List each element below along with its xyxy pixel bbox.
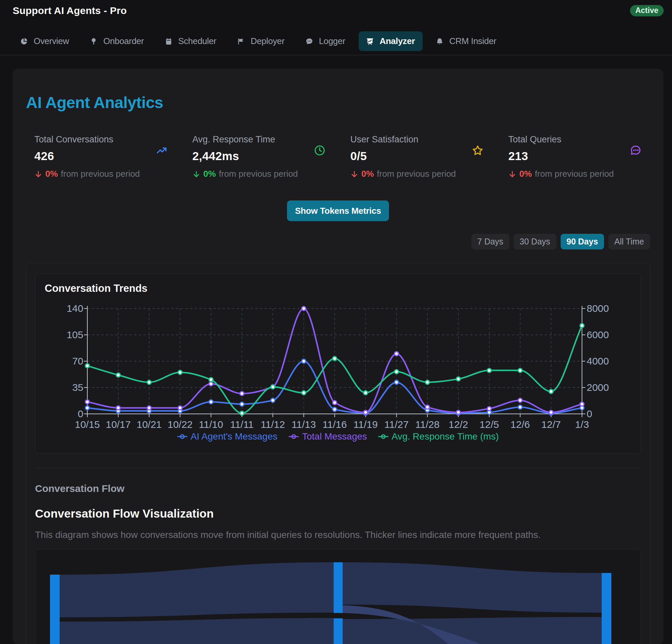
range-button-30-days[interactable]: 30 Days xyxy=(514,234,556,249)
stat-label: Total Conversations xyxy=(34,134,140,145)
stat-delta: 0%from previous period xyxy=(508,169,614,179)
tab-label: CRM Insider xyxy=(449,36,496,46)
calendar-icon xyxy=(165,38,172,45)
tab-bar: OverviewOnboarderSchedulerDeployerLogger… xyxy=(0,31,672,55)
app-header: Support AI Agents - Pro Active xyxy=(0,0,672,16)
stat-delta-note: from previous period xyxy=(61,169,140,179)
tab-label: Logger xyxy=(319,36,345,46)
stat-delta: 0%from previous period xyxy=(192,169,298,179)
stat-delta: 0%from previous period xyxy=(34,169,140,179)
tab-label: Onboarder xyxy=(103,36,144,46)
stat-value: 426 xyxy=(34,149,140,163)
cta-row: Show Tokens Metrics xyxy=(26,200,650,221)
stat-delta-percent: 0% xyxy=(519,169,532,179)
presentation-chart-icon xyxy=(366,38,374,45)
legend-line-icon xyxy=(177,433,187,440)
svg-text:70: 70 xyxy=(72,355,83,366)
stat-value: 213 xyxy=(508,149,614,163)
stat-delta-percent: 0% xyxy=(45,169,58,179)
stat-label: User Satisfaction xyxy=(350,134,456,145)
svg-text:11/16: 11/16 xyxy=(323,419,347,430)
stat-content: Avg. Response Time2,442ms0%from previous… xyxy=(192,134,298,179)
arrow-down-icon xyxy=(508,170,516,178)
svg-text:11/11: 11/11 xyxy=(230,419,254,430)
tab-deployer[interactable]: Deployer xyxy=(230,31,292,51)
conversation-trends-card: 035701051400200040006000800010/1510/1710… xyxy=(35,273,641,454)
tab-label: Scheduler xyxy=(178,36,216,46)
conversation-trends-chart: 035701051400200040006000800010/1510/1710… xyxy=(35,274,641,454)
chart-title: Conversation Trends xyxy=(45,282,147,294)
svg-text:12/5: 12/5 xyxy=(480,419,499,430)
conversation-flow-sankey xyxy=(35,549,640,644)
tab-label: Deployer xyxy=(251,36,285,46)
svg-text:11/10: 11/10 xyxy=(199,419,223,430)
svg-text:1/3: 1/3 xyxy=(575,419,589,430)
svg-text:0: 0 xyxy=(78,408,83,419)
flag-icon xyxy=(237,38,245,45)
stat-content: Total Conversations4260%from previous pe… xyxy=(34,134,140,179)
range-button-7-days[interactable]: 7 Days xyxy=(471,234,509,249)
svg-text:0: 0 xyxy=(587,408,592,419)
legend-item-avg-response-time-ms-: Avg. Response Time (ms) xyxy=(378,431,499,442)
chart-legend: AI Agent's MessagesTotal MessagesAvg. Re… xyxy=(35,431,641,442)
stat-delta-percent: 0% xyxy=(361,169,374,179)
stat-card-total-queries: Total Queries2130%from previous period xyxy=(500,134,650,179)
stat-card-avg-response-time: Avg. Response Time2,442ms0%from previous… xyxy=(184,134,334,179)
stat-delta-note: from previous period xyxy=(219,169,298,179)
legend-item-ai-agent-s-messages: AI Agent's Messages xyxy=(177,431,278,442)
stat-value: 2,442ms xyxy=(192,149,298,163)
tab-overview[interactable]: Overview xyxy=(13,31,77,51)
svg-text:11/12: 11/12 xyxy=(261,419,285,430)
stats-row: Total Conversations4260%from previous pe… xyxy=(26,134,650,179)
tab-scheduler[interactable]: Scheduler xyxy=(157,31,224,51)
flow-section-label: Conversation Flow xyxy=(35,483,641,494)
flow-section-heading: Conversation Flow Visualization xyxy=(35,507,641,520)
legend-label: Avg. Response Time (ms) xyxy=(392,431,499,442)
tab-crm-insider[interactable]: CRM Insider xyxy=(428,31,504,51)
svg-text:11/19: 11/19 xyxy=(353,419,378,430)
time-range-group: 7 Days30 Days90 DaysAll Time xyxy=(26,234,650,249)
stat-label: Total Queries xyxy=(508,134,614,145)
trending-up-icon xyxy=(156,145,167,156)
svg-text:12/6: 12/6 xyxy=(510,419,530,430)
analytics-card: 035701051400200040006000800010/1510/1710… xyxy=(26,263,650,644)
legend-label: AI Agent's Messages xyxy=(191,431,278,442)
range-button-90-days[interactable]: 90 Days xyxy=(561,234,604,249)
legend-label: Total Messages xyxy=(302,431,367,442)
svg-text:140: 140 xyxy=(67,303,83,314)
pin-icon xyxy=(90,38,97,45)
show-tokens-metrics-button[interactable]: Show Tokens Metrics xyxy=(287,200,389,221)
range-button-all-time[interactable]: All Time xyxy=(608,234,650,249)
svg-text:11/13: 11/13 xyxy=(292,419,316,430)
stat-value: 0/5 xyxy=(350,149,456,163)
tab-analyzer[interactable]: Analyzer xyxy=(359,31,423,51)
svg-text:10/22: 10/22 xyxy=(168,419,193,430)
stat-content: User Satisfaction0/50%from previous peri… xyxy=(350,134,456,179)
legend-line-icon xyxy=(289,433,299,440)
conversation-flow-card xyxy=(35,549,641,644)
svg-text:11/28: 11/28 xyxy=(415,419,440,430)
arrow-down-icon xyxy=(350,170,358,178)
message-circle-icon xyxy=(630,145,641,156)
stat-delta: 0%from previous period xyxy=(350,169,456,179)
svg-text:12/2: 12/2 xyxy=(449,419,468,430)
svg-text:8000: 8000 xyxy=(587,303,609,314)
svg-text:105: 105 xyxy=(67,329,83,340)
svg-text:12/7: 12/7 xyxy=(541,419,561,430)
legend-line-icon xyxy=(378,433,388,440)
arrow-down-icon xyxy=(34,170,42,178)
status-badge: Active xyxy=(630,5,664,16)
legend-item-total-messages: Total Messages xyxy=(289,431,367,442)
stat-label: Avg. Response Time xyxy=(192,134,298,145)
message-dots-icon xyxy=(306,38,313,45)
star-icon xyxy=(472,145,483,156)
bell-icon xyxy=(436,38,443,45)
app-title: Support AI Agents - Pro xyxy=(13,5,664,16)
svg-text:4000: 4000 xyxy=(587,355,609,366)
stat-content: Total Queries2130%from previous period xyxy=(508,134,614,179)
stat-card-user-satisfaction: User Satisfaction0/50%from previous peri… xyxy=(342,134,492,179)
svg-text:6000: 6000 xyxy=(587,329,609,340)
tab-logger[interactable]: Logger xyxy=(298,31,353,51)
svg-text:11/27: 11/27 xyxy=(384,419,409,430)
tab-onboarder[interactable]: Onboarder xyxy=(82,31,152,51)
